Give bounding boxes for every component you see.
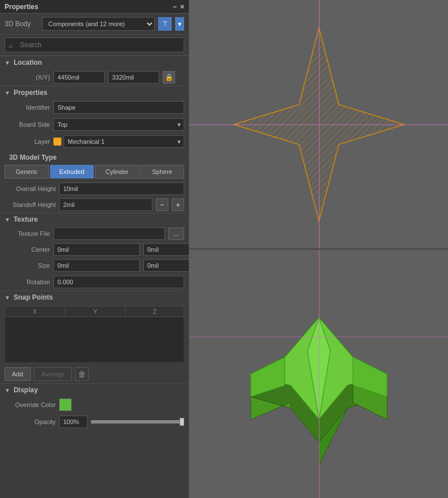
overall-height-label: Overall Height [5,185,56,192]
snap-points-section-header[interactable]: ▼ Snap Points [0,290,189,304]
sphere-button[interactable]: Sphere [140,165,185,179]
properties-arrow-icon: ▼ [5,90,10,96]
opacity-slider-thumb [180,418,184,426]
search-input[interactable] [5,38,184,52]
title-controls: − × [173,3,184,11]
search-wrap: ⌕ [5,38,184,52]
board-side-row: Board Side Top Bottom ▼ [0,116,189,133]
texture-arrow-icon: ▼ [5,217,10,223]
size-x-input[interactable] [53,259,140,272]
board-side-select-wrap: Top Bottom ▼ [53,118,184,131]
3d-h-line [189,337,448,337]
lock-button[interactable]: 🔒 [163,71,175,84]
snap-empty-row [5,317,184,363]
plus-button[interactable]: + [172,198,184,211]
texture-file-label: Texture File [5,230,50,237]
board-side-label: Board Side [5,121,50,128]
rotation-input[interactable] [53,276,184,288]
snap-buttons-row: Add Average 🗑 [0,365,189,383]
display-section-header[interactable]: ▼ Display [0,383,189,396]
rotation-row: Rotation [0,273,189,290]
texture-browse-button[interactable]: ... [168,227,184,240]
filter-button[interactable]: ⊤ [158,17,172,31]
display-arrow-icon: ▼ [5,387,10,393]
model-type-buttons: Generic Extruded Cylinder Sphere [0,163,189,181]
generic-button[interactable]: Generic [5,165,49,179]
opacity-input[interactable] [59,416,88,428]
location-arrow-icon: ▼ [5,60,10,66]
model-type-label: 3D Model Type [5,151,61,163]
display-section-title: Display [14,386,38,394]
body-label: 3D Body [5,20,39,28]
layer-select-wrap: Mechanical 1 Mechanical 2 Mechanical 3 ▼ [53,135,184,148]
center-x-input[interactable] [53,243,140,256]
color-swatch[interactable] [59,399,72,411]
center-label: Center [5,246,50,253]
texture-section-title: Texture [14,215,38,223]
layer-color-dot [53,138,61,146]
body-dropdown[interactable]: Components (and 12 more) [42,17,155,31]
opacity-label: Opacity [5,418,56,425]
filter-dropdown-arrow[interactable]: ▼ [175,17,184,31]
snap-col-y: Y [65,306,126,317]
layer-label: Layer [5,138,50,145]
texture-center-row: Center [0,242,189,258]
rotation-label: Rotation [5,279,50,285]
overall-height-row: Overall Height [0,181,189,197]
standoff-height-label: Standoff Height [5,201,56,208]
search-icon: ⌕ [9,41,13,49]
texture-file-input[interactable] [53,227,165,240]
properties-section-title: Properties [14,89,47,97]
3d-v-line [319,250,320,498]
layer-select[interactable]: Mechanical 1 Mechanical 2 Mechanical 3 [64,135,184,148]
snap-arrow-icon: ▼ [5,294,10,301]
panel-title-bar: Properties − × [0,0,189,14]
standoff-height-input[interactable] [59,198,152,211]
identifier-row: Identifier [0,99,189,116]
texture-file-row: Texture File ... [0,226,189,242]
vertical-guide-line [319,0,320,248]
viewport-panel [189,0,448,498]
center-y-input[interactable] [143,243,189,256]
y-input[interactable] [108,71,159,84]
size-y-input[interactable] [143,259,189,272]
override-color-label: Override Color [5,401,56,408]
search-bar: ⌕ [0,35,189,56]
extruded-button[interactable]: Extruded [50,165,94,179]
size-label: Size [5,262,50,269]
overall-height-input[interactable] [59,182,184,195]
override-color-row: Override Color [0,396,189,413]
top-viewport [189,0,448,250]
minus-button[interactable]: − [156,198,168,211]
standoff-height-row: Standoff Height − + [0,197,189,213]
xy-label: (X/Y) [5,74,50,81]
delete-snap-button[interactable]: 🗑 [75,367,89,381]
opacity-row: Opacity [0,413,189,430]
properties-panel: Properties − × 3D Body Components (and 1… [0,0,189,498]
snap-points-table-area: X Y Z [0,304,189,365]
opacity-slider[interactable] [91,420,184,424]
cylinder-button[interactable]: Cylinder [95,165,139,179]
identifier-input[interactable] [53,101,184,114]
x-input[interactable] [53,71,105,84]
opacity-slider-fill [91,420,184,424]
location-section-header[interactable]: ▼ Location [0,56,189,69]
identifier-label: Identifier [5,104,50,111]
average-snap-button: Average [34,367,72,381]
location-xy-row: (X/Y) 🔒 [0,69,189,86]
snap-points-section-title: Snap Points [14,293,53,301]
close-button[interactable]: × [180,3,184,11]
pin-button[interactable]: − [173,3,177,11]
texture-section-header[interactable]: ▼ Texture [0,213,189,226]
properties-section-header[interactable]: ▼ Properties [0,86,189,99]
add-snap-button[interactable]: Add [5,367,31,381]
snap-points-table: X Y Z [5,306,184,363]
texture-size-row: Size [0,258,189,273]
model-type-section: 3D Model Type [0,150,189,163]
snap-col-z: Z [126,306,184,317]
location-section-title: Location [14,59,42,67]
layer-row: Layer Mechanical 1 Mechanical 2 Mechanic… [0,133,189,150]
panel-title: Properties [5,3,38,11]
trash-icon: 🗑 [78,370,86,379]
board-side-select[interactable]: Top Bottom [53,118,184,131]
